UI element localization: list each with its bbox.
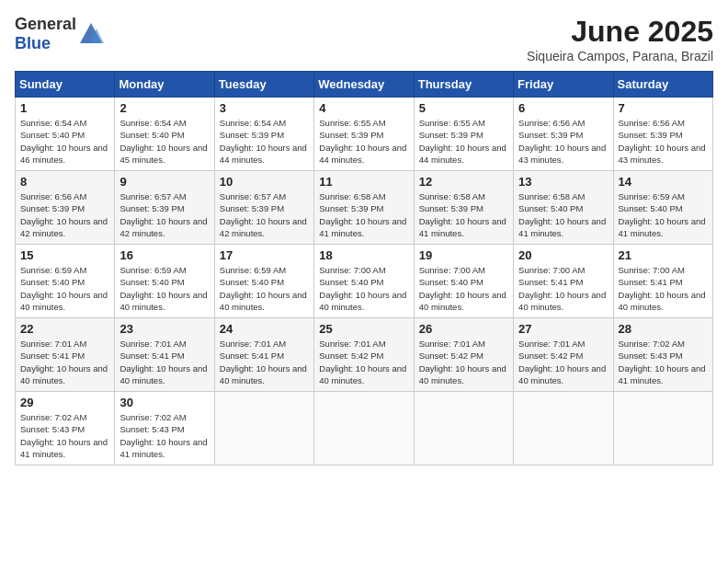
calendar-cell: 30Sunrise: 7:02 AMSunset: 5:43 PMDayligh…: [115, 392, 214, 465]
calendar-cell: 23Sunrise: 7:01 AMSunset: 5:41 PMDayligh…: [115, 318, 214, 392]
location-title: Siqueira Campos, Parana, Brazil: [527, 49, 713, 63]
day-number: 3: [220, 101, 309, 115]
calendar-cell: 12Sunrise: 6:58 AMSunset: 5:39 PMDayligh…: [414, 171, 513, 245]
day-number: 5: [419, 101, 508, 115]
logo-icon: [78, 21, 104, 47]
day-info: Sunrise: 7:01 AMSunset: 5:42 PMDaylight:…: [518, 338, 608, 386]
day-number: 29: [20, 396, 109, 409]
calendar-cell: 29Sunrise: 7:02 AMSunset: 5:43 PMDayligh…: [16, 392, 115, 465]
day-info: Sunrise: 6:59 AMSunset: 5:40 PMDaylight:…: [619, 190, 708, 239]
calendar-cell: 21Sunrise: 7:00 AMSunset: 5:41 PMDayligh…: [613, 245, 712, 318]
day-header-friday: Friday: [514, 72, 613, 98]
calendar-cell: 14Sunrise: 6:59 AMSunset: 5:40 PMDayligh…: [613, 171, 712, 245]
day-header-saturday: Saturday: [613, 72, 712, 98]
calendar-cell: 19Sunrise: 7:00 AMSunset: 5:40 PMDayligh…: [414, 245, 513, 318]
month-title: June 2025: [527, 15, 713, 49]
calendar-week-4: 22Sunrise: 7:01 AMSunset: 5:41 PMDayligh…: [16, 318, 713, 392]
day-number: 15: [20, 248, 109, 262]
day-number: 9: [119, 175, 209, 189]
calendar-cell: 2Sunrise: 6:54 AMSunset: 5:40 PMDaylight…: [115, 98, 214, 171]
day-info: Sunrise: 6:54 AMSunset: 5:39 PMDaylight:…: [220, 117, 309, 166]
day-number: 23: [119, 322, 209, 336]
day-info: Sunrise: 7:02 AMSunset: 5:43 PMDaylight:…: [619, 338, 708, 386]
calendar-cell: 3Sunrise: 6:54 AMSunset: 5:39 PMDaylight…: [214, 98, 313, 171]
day-number: 24: [220, 322, 309, 336]
day-info: Sunrise: 6:59 AMSunset: 5:40 PMDaylight:…: [20, 264, 109, 313]
calendar-cell: 4Sunrise: 6:55 AMSunset: 5:39 PMDaylight…: [314, 98, 414, 171]
day-info: Sunrise: 6:54 AMSunset: 5:40 PMDaylight:…: [119, 117, 209, 166]
day-info: Sunrise: 6:55 AMSunset: 5:39 PMDaylight:…: [319, 117, 408, 166]
day-info: Sunrise: 7:01 AMSunset: 5:41 PMDaylight:…: [119, 338, 209, 386]
calendar-cell: 9Sunrise: 6:57 AMSunset: 5:39 PMDaylight…: [115, 171, 214, 245]
day-number: 21: [619, 248, 708, 262]
day-number: 8: [20, 175, 109, 189]
calendar-cell: 27Sunrise: 7:01 AMSunset: 5:42 PMDayligh…: [514, 318, 613, 392]
calendar-cell: [514, 392, 613, 465]
day-number: 6: [518, 101, 608, 115]
day-number: 30: [119, 396, 209, 409]
day-info: Sunrise: 7:02 AMSunset: 5:43 PMDaylight:…: [119, 411, 209, 460]
day-number: 2: [119, 101, 209, 115]
day-number: 27: [518, 322, 608, 336]
calendar-cell: 6Sunrise: 6:56 AMSunset: 5:39 PMDaylight…: [514, 98, 613, 171]
calendar-cell: 1Sunrise: 6:54 AMSunset: 5:40 PMDaylight…: [16, 98, 115, 171]
logo-blue: Blue: [15, 34, 51, 52]
day-info: Sunrise: 6:58 AMSunset: 5:40 PMDaylight:…: [518, 190, 608, 239]
day-info: Sunrise: 6:58 AMSunset: 5:39 PMDaylight:…: [419, 190, 508, 239]
day-info: Sunrise: 7:02 AMSunset: 5:43 PMDaylight:…: [20, 411, 109, 460]
calendar-cell: 10Sunrise: 6:57 AMSunset: 5:39 PMDayligh…: [214, 171, 313, 245]
title-area: June 2025 Siqueira Campos, Parana, Brazi…: [527, 15, 713, 63]
day-header-sunday: Sunday: [16, 72, 115, 98]
day-number: 26: [419, 322, 508, 336]
calendar-cell: 16Sunrise: 6:59 AMSunset: 5:40 PMDayligh…: [115, 245, 214, 318]
page-header: General Blue June 2025 Siqueira Campos, …: [15, 15, 713, 63]
calendar-table: SundayMondayTuesdayWednesdayThursdayFrid…: [15, 71, 713, 465]
calendar-cell: 20Sunrise: 7:00 AMSunset: 5:41 PMDayligh…: [514, 245, 613, 318]
day-info: Sunrise: 6:58 AMSunset: 5:39 PMDaylight:…: [319, 190, 408, 239]
day-info: Sunrise: 6:55 AMSunset: 5:39 PMDaylight:…: [419, 117, 508, 166]
day-number: 13: [518, 175, 608, 189]
calendar-cell: [314, 392, 414, 465]
day-number: 11: [319, 175, 408, 189]
calendar-cell: [613, 392, 712, 465]
day-number: 20: [518, 248, 608, 262]
calendar-cell: 25Sunrise: 7:01 AMSunset: 5:42 PMDayligh…: [314, 318, 414, 392]
calendar-cell: 28Sunrise: 7:02 AMSunset: 5:43 PMDayligh…: [613, 318, 712, 392]
day-number: 1: [20, 101, 109, 115]
calendar-cell: 17Sunrise: 6:59 AMSunset: 5:40 PMDayligh…: [214, 245, 313, 318]
day-info: Sunrise: 6:59 AMSunset: 5:40 PMDaylight:…: [220, 264, 309, 313]
calendar-week-1: 1Sunrise: 6:54 AMSunset: 5:40 PMDaylight…: [16, 98, 713, 171]
day-number: 16: [119, 248, 209, 262]
day-info: Sunrise: 7:01 AMSunset: 5:42 PMDaylight:…: [319, 338, 408, 386]
day-number: 25: [319, 322, 408, 336]
calendar-cell: 24Sunrise: 7:01 AMSunset: 5:41 PMDayligh…: [214, 318, 313, 392]
day-info: Sunrise: 6:57 AMSunset: 5:39 PMDaylight:…: [220, 190, 309, 239]
day-number: 19: [419, 248, 508, 262]
calendar-week-2: 8Sunrise: 6:56 AMSunset: 5:39 PMDaylight…: [16, 171, 713, 245]
day-info: Sunrise: 7:00 AMSunset: 5:40 PMDaylight:…: [419, 264, 508, 313]
calendar-cell: 22Sunrise: 7:01 AMSunset: 5:41 PMDayligh…: [16, 318, 115, 392]
day-number: 22: [20, 322, 109, 336]
calendar-week-5: 29Sunrise: 7:02 AMSunset: 5:43 PMDayligh…: [16, 392, 713, 465]
calendar-week-3: 15Sunrise: 6:59 AMSunset: 5:40 PMDayligh…: [16, 245, 713, 318]
day-info: Sunrise: 6:56 AMSunset: 5:39 PMDaylight:…: [518, 117, 608, 166]
calendar-cell: 26Sunrise: 7:01 AMSunset: 5:42 PMDayligh…: [414, 318, 513, 392]
day-info: Sunrise: 6:59 AMSunset: 5:40 PMDaylight:…: [119, 264, 209, 313]
day-number: 14: [619, 175, 708, 189]
calendar-cell: [414, 392, 513, 465]
calendar-cell: 5Sunrise: 6:55 AMSunset: 5:39 PMDaylight…: [414, 98, 513, 171]
day-info: Sunrise: 7:01 AMSunset: 5:41 PMDaylight:…: [220, 338, 309, 386]
day-info: Sunrise: 7:00 AMSunset: 5:41 PMDaylight:…: [619, 264, 708, 313]
day-number: 4: [319, 101, 408, 115]
days-header-row: SundayMondayTuesdayWednesdayThursdayFrid…: [16, 72, 713, 98]
day-header-thursday: Thursday: [414, 72, 513, 98]
day-header-monday: Monday: [115, 72, 214, 98]
day-info: Sunrise: 6:56 AMSunset: 5:39 PMDaylight:…: [20, 190, 109, 239]
day-number: 28: [619, 322, 708, 336]
day-info: Sunrise: 6:54 AMSunset: 5:40 PMDaylight:…: [20, 117, 109, 166]
logo: General Blue: [15, 15, 104, 53]
calendar-cell: 7Sunrise: 6:56 AMSunset: 5:39 PMDaylight…: [613, 98, 712, 171]
calendar-cell: [214, 392, 313, 465]
day-info: Sunrise: 6:57 AMSunset: 5:39 PMDaylight:…: [119, 190, 209, 239]
day-header-tuesday: Tuesday: [214, 72, 313, 98]
